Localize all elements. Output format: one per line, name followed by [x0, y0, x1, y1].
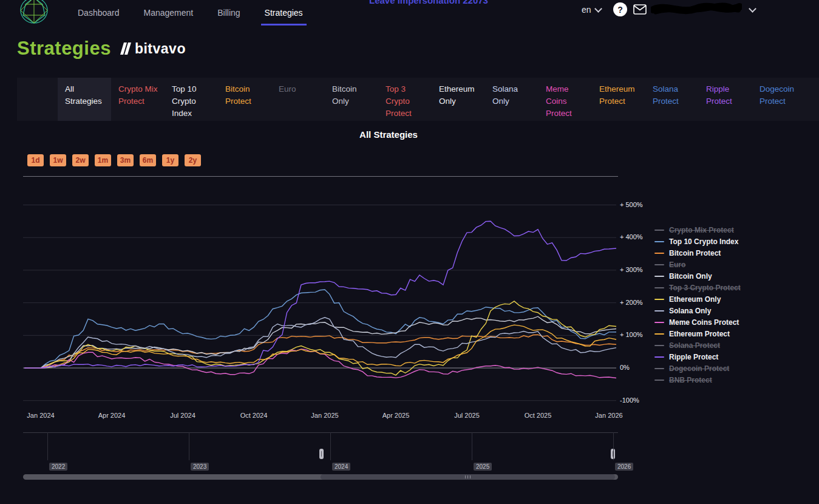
legend-ripple-protect[interactable]: Ripple Protect — [654, 351, 806, 363]
tab-meme-coins-protect[interactable]: Meme Coins Protect — [539, 78, 592, 121]
range-button-1d[interactable]: 1d — [27, 154, 44, 166]
nav-item-strategies[interactable]: Strategies — [265, 0, 303, 26]
tab-solana-only[interactable]: Solana Only — [485, 78, 539, 121]
legend-dash-icon — [654, 368, 664, 369]
navigator-border — [23, 432, 618, 433]
messages-icon[interactable] — [633, 4, 647, 15]
legend-ethereum-only[interactable]: Ethereum Only — [654, 293, 806, 305]
x-tick-label-jan-2026: Jan 2026 — [595, 412, 622, 419]
legend-label: Top 3 Crypto Protect — [669, 284, 741, 292]
tab-crypto-mix-protect[interactable]: Crypto Mix Protect — [111, 78, 165, 121]
navigator-year-line-2025 — [472, 432, 472, 460]
language-selector[interactable]: en — [582, 5, 601, 15]
navigator-year-line-2026 — [613, 432, 614, 460]
series-ripple-protect — [24, 221, 616, 368]
time-range-buttons: 1d1w2w1m3m6m1y2y — [27, 154, 201, 166]
tab-euro[interactable]: Euro — [271, 78, 325, 121]
navigator-year-label-2025[interactable]: 2025 — [474, 463, 492, 471]
navigator-year-label-2022[interactable]: 2022 — [49, 463, 67, 471]
tab-ethereum-only[interactable]: Ethereum Only — [432, 78, 485, 121]
legend-crypto-mix-protect[interactable]: Crypto Mix Protect — [654, 224, 806, 236]
tab-solana-protect[interactable]: Solana Protect — [645, 78, 699, 121]
legend-label: Bitcoin Protect — [669, 249, 721, 257]
tab-bitcoin-protect[interactable]: Bitcoin Protect — [218, 78, 271, 121]
scrollbar-thumb[interactable] — [321, 474, 615, 480]
tab-ethereum-protect[interactable]: Ethereum Protect — [592, 78, 645, 121]
series-top-10-crypto-index — [24, 290, 616, 368]
navigator-year-label-2023[interactable]: 2023 — [191, 463, 209, 471]
x-tick-label-jan-2024: Jan 2024 — [27, 412, 54, 419]
tab-label: Solana Only — [492, 84, 518, 106]
legend-label: BNB Protect — [669, 376, 712, 384]
legend-label: Solana Protect — [669, 341, 720, 350]
tab-label: Euro — [279, 84, 296, 94]
legend-dash-icon — [654, 310, 664, 312]
legend-dash-icon — [654, 356, 664, 358]
nav-item-billing[interactable]: Billing — [217, 0, 240, 26]
tab-dogecoin-protect[interactable]: Dogecoin Protect — [752, 78, 806, 121]
tab-label: Meme Coins Protect — [546, 84, 572, 118]
legend-label: Euro — [669, 261, 685, 269]
horizontal-scrollbar[interactable] — [23, 474, 618, 480]
legend-label: Ethereum Protect — [669, 330, 730, 338]
legend-top-3-crypto-protect[interactable]: Top 3 Crypto Protect — [654, 282, 806, 293]
help-button[interactable]: ? — [613, 2, 627, 16]
x-tick-label-oct-2025: Oct 2025 — [525, 412, 552, 419]
tab-label: Dogecoin Protect — [760, 84, 794, 106]
account-chevron-down-icon[interactable] — [749, 5, 756, 13]
legend-ethereum-protect[interactable]: Ethereum Protect — [654, 328, 806, 339]
bitvavo-app-logo-icon[interactable] — [18, 0, 50, 25]
legend-dogecoin-protect[interactable]: Dogecoin Protect — [654, 363, 806, 374]
legend-euro[interactable]: Euro — [654, 259, 806, 270]
navigator-year-label-2026[interactable]: 2026 — [615, 463, 633, 471]
tab-all-strategies[interactable]: All Strategies — [58, 78, 111, 121]
nav-item-management[interactable]: Management — [144, 0, 194, 26]
timeline-navigator[interactable]: 20222023202420252026 — [23, 432, 618, 472]
navigator-year-label-2024[interactable]: 2024 — [332, 463, 350, 471]
legend-meme-coins-protect[interactable]: Meme Coins Protect — [654, 316, 806, 328]
range-button-3m[interactable]: 3m — [117, 154, 134, 166]
range-button-2w[interactable]: 2w — [72, 154, 89, 166]
series-ethereum-protect — [24, 325, 616, 368]
nav-links: Dashboard Management Billing Strategies — [78, 0, 303, 26]
series-ethereum-only — [24, 301, 616, 375]
redacted-username[interactable] — [651, 1, 742, 17]
leave-impersonation-link[interactable]: Leave impersonation 22073 — [369, 0, 488, 5]
legend-top-10-crypto-index[interactable]: Top 10 Crypto Index — [654, 236, 806, 247]
tab-label: Bitcoin Only — [332, 84, 357, 106]
legend-bitcoin-only[interactable]: Bitcoin Only — [654, 270, 806, 282]
chevron-down-icon — [594, 5, 602, 13]
range-button-1y[interactable]: 1y — [162, 154, 178, 166]
legend-dash-icon — [654, 287, 664, 288]
tab-top-3-crypto-protect[interactable]: Top 3 Crypto Protect — [378, 78, 432, 121]
tab-ripple-protect[interactable]: Ripple Protect — [699, 78, 752, 121]
legend-label: Solana Only — [669, 307, 711, 315]
range-button-6m[interactable]: 6m — [140, 154, 156, 166]
navigator-left-handle[interactable] — [319, 449, 324, 459]
y-tick-label-400: + 400% — [620, 233, 643, 240]
legend-dash-icon — [654, 380, 664, 381]
range-button-1m[interactable]: 1m — [95, 154, 111, 166]
tab-label: Ethereum Only — [439, 84, 475, 106]
legend-label: Crypto Mix Protect — [669, 226, 734, 234]
language-label: en — [582, 5, 591, 15]
y-tick-label-500: + 500% — [620, 201, 643, 208]
legend-bitcoin-protect[interactable]: Bitcoin Protect — [654, 247, 806, 259]
x-tick-label-jul-2025: Jul 2025 — [454, 412, 480, 419]
performance-chart[interactable] — [23, 182, 618, 408]
nav-item-dashboard[interactable]: Dashboard — [78, 0, 120, 26]
range-button-1w[interactable]: 1w — [50, 154, 66, 166]
bitvavo-brand: bitvavo — [120, 41, 186, 57]
legend-solana-only[interactable]: Solana Only — [654, 305, 806, 316]
legend-solana-protect[interactable]: Solana Protect — [654, 339, 806, 351]
x-tick-label-jan-2025: Jan 2025 — [311, 412, 338, 419]
tab-top-10-crypto-index[interactable]: Top 10 Crypto Index — [165, 78, 218, 121]
legend-label: Meme Coins Protect — [669, 318, 739, 327]
page-header: Strategies bitvavo — [17, 38, 186, 60]
tab-label: Bitcoin Protect — [225, 84, 251, 106]
tab-bitcoin-only[interactable]: Bitcoin Only — [325, 78, 378, 121]
bitvavo-wordmark: bitvavo — [135, 41, 186, 57]
range-button-2y[interactable]: 2y — [185, 154, 201, 166]
x-tick-label-apr-2024: Apr 2024 — [98, 412, 126, 419]
legend-bnb-protect[interactable]: BNB Protect — [654, 374, 806, 386]
